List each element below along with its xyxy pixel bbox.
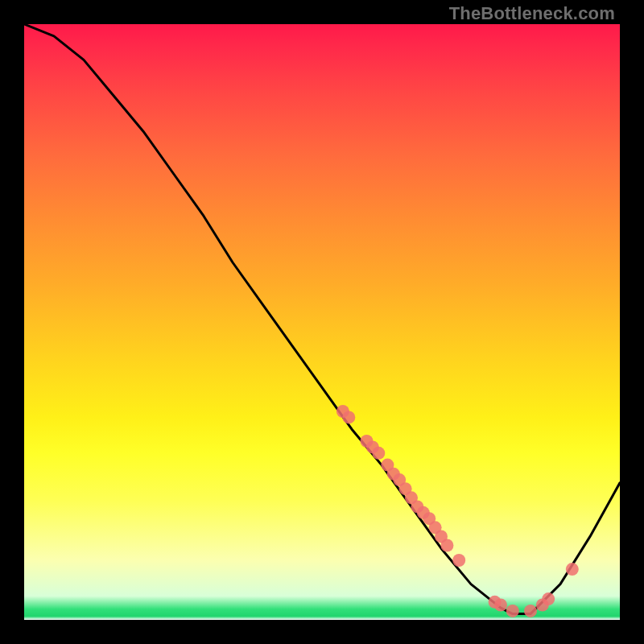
chart-frame: TheBottleneck.com — [0, 0, 644, 644]
data-marker — [342, 411, 355, 423]
data-marker — [566, 563, 579, 576]
curve-line — [24, 24, 620, 614]
data-marker — [506, 605, 519, 617]
data-marker — [372, 447, 385, 460]
plot-area — [24, 24, 620, 620]
watermark-text: TheBottleneck.com — [449, 3, 615, 24]
chart-svg — [24, 24, 620, 620]
data-marker — [542, 592, 555, 605]
data-marker — [440, 539, 453, 552]
data-marker — [452, 554, 465, 567]
data-marker — [494, 599, 507, 612]
data-marker — [524, 605, 537, 617]
